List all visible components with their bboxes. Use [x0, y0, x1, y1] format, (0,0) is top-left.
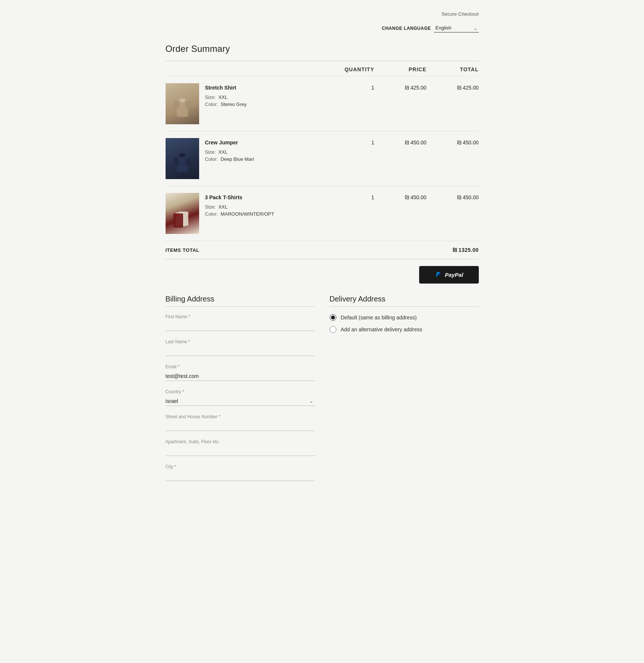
last-name-group: Last Name *	[166, 339, 315, 356]
svg-rect-2	[185, 101, 191, 109]
country-label: Country *	[166, 389, 315, 394]
item-image-3pack-tshirts	[166, 193, 199, 234]
addresses-section: Billing Address First Name * Last Name *…	[166, 295, 479, 489]
item-size-stretch-shirt: Size: XXL	[205, 94, 247, 100]
order-summary-title: Order Summary	[166, 44, 479, 54]
city-input[interactable]	[166, 471, 315, 481]
item-name-stretch-shirt: Stretch Shirt	[205, 85, 247, 91]
paypal-label: PayPal	[445, 272, 463, 278]
svg-rect-5	[174, 157, 179, 166]
first-name-label: First Name *	[166, 314, 315, 319]
item-color-crew-jumper: Color: Deep Blue Marl	[205, 156, 254, 162]
svg-point-7	[179, 153, 186, 157]
item-image-stretch-shirt	[166, 83, 199, 124]
item-image-crew-jumper	[166, 138, 199, 179]
country-group: Country * Israel United States United Ki…	[166, 389, 315, 406]
delivery-radio-alternative[interactable]	[330, 326, 336, 333]
col-header-total: TOTAL	[427, 65, 479, 72]
city-label: City *	[166, 464, 315, 469]
street-input[interactable]	[166, 421, 315, 431]
billing-address-section: Billing Address First Name * Last Name *…	[166, 295, 315, 489]
col-header-quantity: QUANTITY	[330, 65, 374, 72]
col-header-price: PRICE	[374, 65, 427, 72]
item-total-stretch-shirt: ₪ 425.00	[427, 83, 479, 91]
item-qty-stretch-shirt: 1	[330, 83, 374, 91]
item-size-crew-jumper: Size: XXL	[205, 149, 254, 155]
item-name-3pack-tshirts: 3 Pack T-Shirts	[205, 194, 274, 200]
delivery-option-default[interactable]: Default (same as billing address)	[330, 314, 479, 321]
item-size-3pack-tshirts: Size: XXL	[205, 204, 274, 210]
svg-rect-6	[186, 157, 191, 166]
country-select[interactable]: Israel United States United Kingdom Germ…	[166, 396, 315, 406]
item-price-3pack-tshirts: ₪ 450.00	[374, 193, 427, 200]
last-name-input[interactable]	[166, 346, 315, 356]
order-item-stretch-shirt: Stretch Shirt Size: XXL Color: Stereo Gr…	[166, 76, 479, 131]
paypal-button-wrap: PayPal	[166, 266, 479, 284]
email-input[interactable]	[166, 371, 315, 381]
items-total-amount: ₪ 1325.00	[453, 247, 479, 253]
item-price-stretch-shirt: ₪ 425.00	[374, 83, 427, 91]
item-qty-crew-jumper: 1	[330, 138, 374, 146]
last-name-label: Last Name *	[166, 339, 315, 344]
svg-rect-11	[176, 213, 179, 216]
delivery-radio-default[interactable]	[330, 314, 336, 321]
svg-rect-10	[173, 213, 183, 228]
col-header-product	[166, 65, 330, 72]
paypal-button[interactable]: PayPal	[419, 266, 479, 284]
item-price-crew-jumper: ₪ 450.00	[374, 138, 427, 146]
email-label: Email *	[166, 364, 315, 369]
apartment-label: Apartment, Suite, Floor etc.	[166, 439, 315, 444]
apartment-input[interactable]	[166, 446, 315, 456]
delivery-option-alternative[interactable]: Add an alternative delivery address	[330, 326, 479, 333]
language-select[interactable]: English Hebrew French German Spanish	[434, 24, 479, 32]
item-name-crew-jumper: Crew Jumper	[205, 140, 254, 146]
billing-address-title: Billing Address	[166, 295, 315, 307]
street-label: Street and House Number *	[166, 414, 315, 419]
item-color-stretch-shirt: Color: Stereo Grey	[205, 101, 247, 107]
language-change-label: CHANGE LANGUAGE	[382, 26, 431, 31]
email-group: Email *	[166, 364, 315, 381]
paypal-icon	[434, 270, 442, 279]
language-bar: CHANGE LANGUAGE English Hebrew French Ge…	[166, 24, 479, 32]
order-item-3pack-tshirts: 3 Pack T-Shirts Size: XXL Color: MAROON/…	[166, 186, 479, 241]
item-total-3pack-tshirts: ₪ 450.00	[427, 193, 479, 200]
secure-checkout-label: Secure Checkout	[442, 11, 479, 17]
svg-rect-1	[174, 101, 179, 109]
items-total-label: ITEMS TOTAL	[166, 247, 200, 253]
delivery-address-section: Delivery Address Default (same as billin…	[330, 295, 479, 489]
order-item-crew-jumper: Crew Jumper Size: XXL Color: Deep Blue M…	[166, 131, 479, 186]
item-total-crew-jumper: ₪ 450.00	[427, 138, 479, 146]
first-name-group: First Name *	[166, 314, 315, 331]
item-color-3pack-tshirts: Color: MAROON/WINTER/OPT	[205, 211, 274, 217]
delivery-alternative-label: Add an alternative delivery address	[341, 326, 422, 332]
city-group: City *	[166, 464, 315, 481]
items-total-row: ITEMS TOTAL ₪ 1325.00	[166, 241, 479, 259]
first-name-input[interactable]	[166, 321, 315, 331]
street-group: Street and House Number *	[166, 414, 315, 431]
order-items-list: Stretch Shirt Size: XXL Color: Stereo Gr…	[166, 76, 479, 241]
item-qty-3pack-tshirts: 1	[330, 193, 374, 200]
delivery-options: Default (same as billing address) Add an…	[330, 314, 479, 333]
order-table-header: QUANTITY PRICE TOTAL	[166, 61, 479, 76]
delivery-default-label: Default (same as billing address)	[341, 315, 417, 320]
svg-rect-3	[179, 98, 185, 103]
delivery-address-title: Delivery Address	[330, 295, 479, 307]
apartment-group: Apartment, Suite, Floor etc.	[166, 439, 315, 456]
